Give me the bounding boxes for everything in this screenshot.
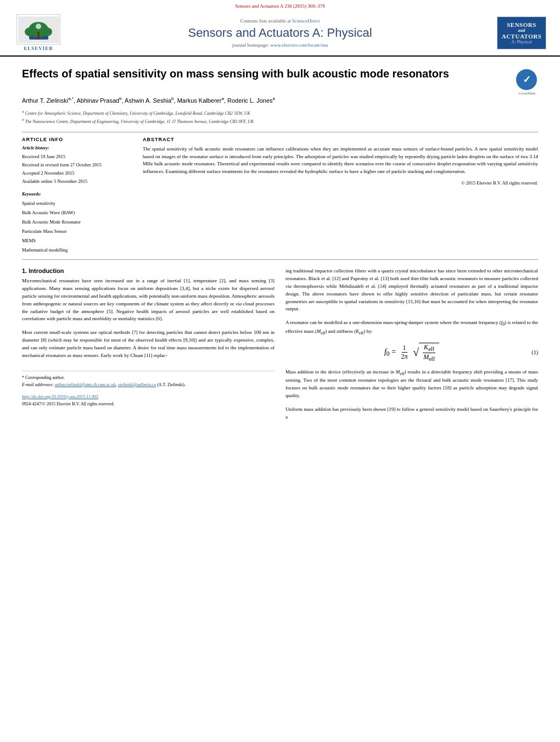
svg-point-3: [25, 27, 36, 36]
homepage-link[interactable]: www.elsevier.com/locate/sna: [270, 42, 328, 48]
footnote-issn: 0924-4247/© 2015 Elsevier B.V. All right…: [22, 401, 275, 408]
right-para-4: Uniform mass addition has previously bee…: [285, 406, 538, 421]
right-para-2: A resonator can be modelled as a one-dim…: [285, 319, 538, 336]
article-info-col: ARTICLE INFO Article history: Received 1…: [22, 137, 132, 255]
sqrt-symbol: √ Keff Meff: [413, 343, 439, 362]
author-3: Ashwin A. Seshiab: [125, 97, 173, 104]
journal-logo-right: SENSORS and ACTUATORS A: Physical: [494, 16, 549, 49]
keywords-list: Spatial sensitivity Bulk Acoustic Wave (…: [22, 199, 132, 255]
homepage-line: journal homepage: www.elsevier.com/locat…: [77, 42, 483, 48]
journal-title-heading: Sensors and Actuators A: Physical: [77, 26, 483, 40]
footnote-email: E-mail addresses: arthur.zielinski@atm.c…: [22, 382, 275, 389]
sensors-logo-inner: SENSORS and ACTUATORS A: Physical: [497, 17, 546, 49]
section-1-heading: 1. Introduction: [22, 267, 275, 274]
author-4: Markus Kalberera: [177, 97, 224, 104]
article-history-label: Article history:: [22, 146, 132, 150]
right-para-3: Mass addition to the device (effectively…: [285, 369, 538, 400]
affiliations: a Centre for Atmospheric Science, Depart…: [22, 109, 538, 125]
article-title: Effects of spatial sensitivity on mass s…: [22, 66, 516, 81]
journal-center: Contents lists available at ScienceDirec…: [66, 18, 494, 48]
citation-bar: Sensors and Actuators A 236 (2015) 369–3…: [0, 0, 560, 10]
journal-header: ELSEVIER Contents lists available at Sci…: [0, 10, 560, 57]
formula-box: f0 = 1 2π √ Keff Meff: [285, 343, 538, 362]
contents-line: Contents lists available at ScienceDirec…: [77, 18, 483, 24]
formula-number: (1): [531, 349, 538, 355]
article-info-header: ARTICLE INFO: [22, 137, 132, 142]
keywords-section: Keywords: Spatial sensitivity Bulk Acous…: [22, 192, 132, 255]
sensors-logo-box: SENSORS and ACTUATORS A: Physical: [497, 16, 546, 49]
authors-line: Arthur T. Zielinskia,*, Abhinav Prasadb,…: [22, 96, 538, 105]
sensors-logo-and: and: [518, 28, 525, 33]
doi-link[interactable]: http://dx.doi.org/10.1016/j.sna.2015.11.…: [22, 394, 98, 399]
elsevier-tree-icon: [18, 16, 59, 43]
abstract-text: The spatial sensitivity of bulk acoustic…: [143, 146, 538, 176]
svg-point-6: [36, 24, 41, 29]
keyword-4: Particulate Mass Sensor: [22, 227, 132, 236]
author-2: Abhinav Prasadb: [76, 97, 121, 104]
article-body: Effects of spatial sensitivity on mass s…: [0, 57, 560, 432]
date-revised: Received in revised form 27 October 2015: [22, 161, 132, 169]
citation-text: Sensors and Actuators A 236 (2015) 369–3…: [235, 3, 325, 9]
date-accepted: Accepted 2 November 2015: [22, 169, 132, 177]
footnote-area: * Corresponding author. E-mail addresses…: [22, 371, 275, 408]
author-5: Roderic L. Jonesa: [227, 97, 275, 104]
elsevier-label: ELSEVIER: [24, 46, 53, 51]
keyword-5: MEMS: [22, 236, 132, 246]
keyword-3: Bulk Acoustic Mode Resonator: [22, 217, 132, 227]
formula-content: f0 = 1 2π √ Keff Meff: [384, 343, 439, 362]
fraction: 1 2π: [400, 344, 409, 361]
sensors-logo-subtitle: A: Physical: [511, 40, 531, 44]
crossmark-label: CrossMark: [516, 91, 538, 96]
intro-para-1: Micromechanical resonators have seen inc…: [22, 277, 275, 323]
elsevier-logo: ELSEVIER: [11, 14, 66, 51]
affiliation-a: a Centre for Atmospheric Science, Depart…: [22, 109, 538, 117]
keyword-1: Spatial sensitivity: [22, 199, 132, 208]
divider-1: [22, 132, 538, 132]
footnote-corresponding: * Corresponding author.: [22, 375, 275, 382]
email-link-2[interactable]: zielinski@ualberta.ca: [118, 382, 156, 387]
date-received: Received 19 June 2015: [22, 153, 132, 161]
keywords-label: Keywords:: [22, 192, 132, 197]
abstract-col: ABSTRACT The spatial sensitivity of bulk…: [143, 137, 538, 255]
footnote-doi: http://dx.doi.org/10.1016/j.sna.2015.11.…: [22, 394, 275, 401]
elsevier-logo-box: [16, 14, 60, 44]
keyword-2: Bulk Acoustic Wave (BAW): [22, 208, 132, 217]
copyright-line: © 2015 Elsevier B.V. All rights reserved…: [143, 180, 538, 186]
date-online: Available online 5 November 2015: [22, 177, 132, 186]
affiliation-b: b The Nanoscience Centre, Department of …: [22, 117, 538, 125]
fraction-inner: Keff Meff: [422, 343, 436, 362]
main-left-col: 1. Introduction Micromechanical resonato…: [22, 267, 275, 421]
crossmark-badge: CrossMark: [516, 69, 538, 91]
main-right-col: ing traditional impactor collection filt…: [285, 267, 538, 421]
abstract-header: ABSTRACT: [143, 137, 538, 142]
sciencedirect-link[interactable]: ScienceDirect: [292, 18, 320, 24]
intro-para-2: Most current small-scale systems use opt…: [22, 329, 275, 360]
article-history-dates: Received 19 June 2015 Received in revise…: [22, 153, 132, 186]
right-para-1: ing traditional impactor collection filt…: [285, 267, 538, 314]
sensors-logo-actuators: ACTUATORS: [502, 33, 542, 40]
main-content: 1. Introduction Micromechanical resonato…: [22, 267, 538, 421]
divider-2: [22, 259, 538, 260]
crossmark-circle: [516, 69, 537, 90]
two-col-section: ARTICLE INFO Article history: Received 1…: [22, 137, 538, 255]
svg-rect-5: [37, 32, 40, 40]
sensors-logo-title: SENSORS: [507, 21, 536, 28]
svg-point-4: [41, 27, 52, 36]
article-title-section: Effects of spatial sensitivity on mass s…: [22, 62, 538, 91]
email-link-1[interactable]: arthur.zielinski@atm.ch.cam.ac.uk: [55, 382, 116, 387]
author-1: Arthur T. Zielinskia,*: [22, 97, 74, 104]
keyword-6: Mathematical modelling: [22, 246, 132, 255]
